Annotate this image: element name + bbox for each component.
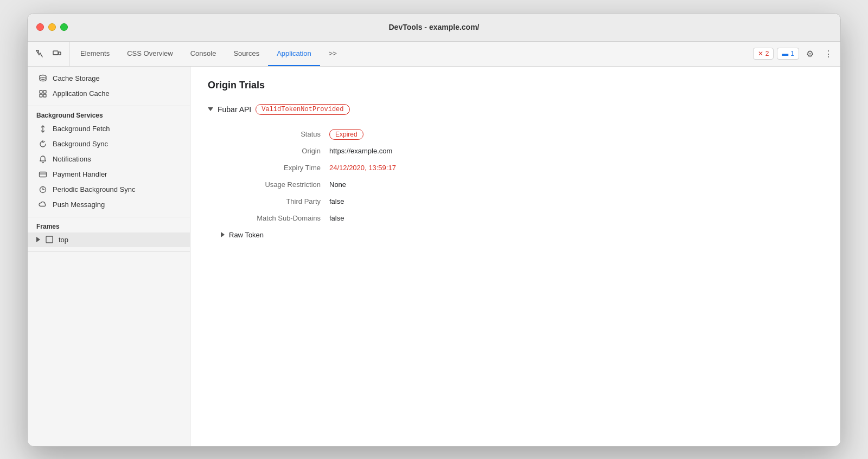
- push-messaging-label: Push Messaging: [53, 201, 105, 209]
- svg-rect-7: [43, 94, 46, 97]
- info-badge[interactable]: ▬ 1: [777, 48, 799, 60]
- third-party-label: Third Party: [221, 193, 329, 210]
- sidebar-item-background-fetch[interactable]: Background Fetch: [28, 121, 190, 137]
- status-label: Status: [221, 126, 329, 143]
- trial-header: Fubar API ValidTokenNotProvided: [208, 104, 823, 115]
- grid-icon: [39, 89, 47, 98]
- expiry-time-value: 24/12/2020, 13:59:17: [329, 159, 823, 176]
- maximize-button[interactable]: [60, 23, 68, 31]
- tab-more[interactable]: >>: [320, 42, 346, 66]
- periodic-background-sync-label: Periodic Background Sync: [53, 185, 135, 193]
- application-cache-label: Application Cache: [53, 89, 110, 98]
- tabs-container: Elements CSS Overview Console Sources Ap…: [72, 42, 753, 66]
- devtools-icons: [32, 42, 69, 66]
- origin-label: Origin: [221, 143, 329, 159]
- window-title: DevTools - example.com/: [388, 23, 479, 31]
- tab-console[interactable]: Console: [182, 42, 225, 66]
- settings-icon[interactable]: ⚙: [802, 46, 818, 61]
- main-content: Cache Storage Application Cache: [28, 67, 840, 446]
- expiry-time-label: Expiry Time: [221, 159, 329, 176]
- status-value: Expired: [329, 126, 823, 143]
- bell-icon: [39, 155, 47, 164]
- cloud-icon: [39, 201, 47, 209]
- svg-rect-12: [46, 236, 53, 243]
- credit-card-icon: [39, 170, 47, 179]
- frame-icon: [46, 236, 53, 243]
- device-mode-icon[interactable]: [49, 46, 65, 61]
- info-count: 1: [790, 50, 794, 57]
- sidebar-item-cache-storage[interactable]: Cache Storage: [28, 71, 190, 86]
- svg-point-3: [40, 75, 46, 77]
- svg-rect-4: [40, 90, 42, 93]
- match-sub-domains-value: false: [329, 210, 823, 227]
- error-badge[interactable]: ✕ 2: [753, 48, 774, 60]
- error-icon: ✕: [758, 50, 763, 57]
- devtools-window: DevTools - example.com/ Elements: [27, 13, 841, 447]
- title-bar: DevTools - example.com/: [28, 14, 840, 42]
- background-services-section: Background Services Background Fetch: [28, 106, 190, 217]
- payment-handler-label: Payment Handler: [53, 170, 107, 178]
- traffic-lights: [36, 23, 68, 31]
- background-fetch-label: Background Fetch: [53, 125, 110, 133]
- detail-grid: Status Expired Origin https://example.co…: [221, 126, 823, 227]
- token-badge: ValidTokenNotProvided: [256, 104, 349, 115]
- error-count: 2: [765, 50, 769, 57]
- expand-icon: [36, 237, 40, 242]
- sidebar-item-push-messaging[interactable]: Push Messaging: [28, 197, 190, 212]
- svg-rect-6: [40, 94, 42, 97]
- tab-css-overview[interactable]: CSS Overview: [118, 42, 182, 66]
- expired-badge: Expired: [329, 129, 363, 140]
- content-area: Origin Trials Fubar API ValidTokenNotPro…: [190, 67, 840, 446]
- svg-rect-9: [40, 172, 47, 177]
- tab-elements[interactable]: Elements: [72, 42, 118, 66]
- sidebar-item-payment-handler[interactable]: Payment Handler: [28, 167, 190, 182]
- trial-name: Fubar API: [218, 105, 251, 114]
- frame-top-label: top: [59, 236, 68, 244]
- tab-sources[interactable]: Sources: [225, 42, 268, 66]
- sidebar-item-background-sync[interactable]: Background Sync: [28, 137, 190, 152]
- usage-restriction-label: Usage Restriction: [221, 176, 329, 193]
- svg-rect-1: [59, 52, 61, 55]
- tab-bar: Elements CSS Overview Console Sources Ap…: [28, 42, 840, 67]
- sidebar-item-notifications[interactable]: Notifications: [28, 152, 190, 167]
- background-sync-label: Background Sync: [53, 140, 108, 148]
- tab-bar-right: ✕ 2 ▬ 1 ⚙ ⋮: [753, 42, 836, 66]
- raw-token-row[interactable]: Raw Token: [221, 231, 823, 239]
- sync-icon: [39, 140, 47, 148]
- more-options-icon[interactable]: ⋮: [821, 46, 836, 61]
- clock-icon: [39, 185, 47, 194]
- match-sub-domains-label: Match Sub-Domains: [221, 210, 329, 227]
- sidebar-item-top[interactable]: top: [28, 232, 190, 247]
- usage-restriction-value: None: [329, 176, 823, 193]
- background-services-header: Background Services: [28, 106, 190, 121]
- frames-header: Frames: [28, 217, 190, 232]
- expand-raw-token-icon: [221, 232, 225, 237]
- origin-value: https://example.com: [329, 143, 823, 159]
- cache-storage-label: Cache Storage: [53, 74, 100, 82]
- raw-token-label: Raw Token: [229, 231, 264, 239]
- sidebar-item-periodic-background-sync[interactable]: Periodic Background Sync: [28, 182, 190, 197]
- trial-section: Fubar API ValidTokenNotProvided Status E…: [208, 104, 823, 239]
- collapse-icon[interactable]: [208, 107, 213, 111]
- minimize-button[interactable]: [48, 23, 56, 31]
- frames-section: Frames top: [28, 217, 190, 252]
- svg-rect-5: [43, 90, 46, 93]
- third-party-value: false: [329, 193, 823, 210]
- tab-application[interactable]: Application: [268, 42, 320, 66]
- page-title: Origin Trials: [208, 80, 823, 91]
- sidebar: Cache Storage Application Cache: [28, 67, 190, 446]
- database-icon: [39, 74, 47, 83]
- info-icon: ▬: [782, 50, 788, 57]
- arrows-updown-icon: [39, 125, 47, 133]
- storage-section: Cache Storage Application Cache: [28, 71, 190, 106]
- inspect-element-icon[interactable]: [32, 46, 47, 61]
- close-button[interactable]: [36, 23, 44, 31]
- sidebar-item-application-cache[interactable]: Application Cache: [28, 86, 190, 101]
- notifications-label: Notifications: [53, 155, 91, 163]
- svg-rect-0: [53, 51, 58, 55]
